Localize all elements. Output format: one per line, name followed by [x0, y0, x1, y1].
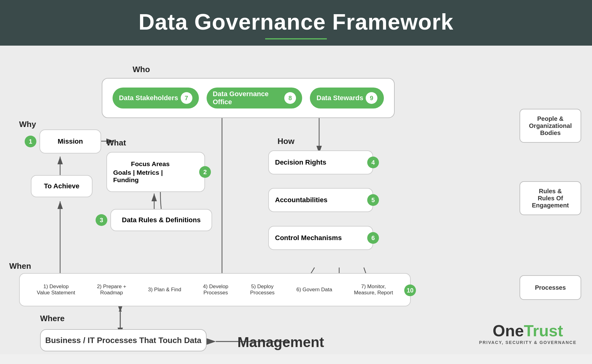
accountabilities-group: Accountabilities 5 — [268, 188, 373, 212]
decision-rights-number: 4 — [367, 157, 379, 168]
data-stewards-label: Data Stewards — [317, 94, 364, 102]
mission-box: Mission — [39, 129, 101, 153]
control-mechanisms-group: Control Mechanisms 6 — [268, 226, 373, 250]
how-label: How — [278, 137, 294, 146]
data-stakeholders-pill: Data Stakeholders 7 — [113, 88, 199, 108]
when-item-3: 3) Plan & Find — [148, 287, 181, 293]
where-label: Where — [40, 314, 64, 323]
data-rules-group: 3 Data Rules & Definitions — [96, 209, 212, 231]
header: Data Governance Framework — [0, 0, 592, 46]
when-label: When — [9, 261, 31, 271]
accountabilities-box: Accountabilities — [268, 188, 373, 212]
data-governance-office-number: 8 — [284, 92, 296, 104]
decision-rights-group: Decision Rights 4 — [268, 150, 373, 174]
right-box-people: People & Organizational Bodies — [520, 109, 581, 143]
focus-areas-line1: Focus Areas — [131, 160, 170, 168]
control-mechanisms-box: Control Mechanisms — [268, 226, 373, 250]
page-title: Data Governance Framework — [0, 9, 592, 35]
data-stewards-number: 9 — [366, 92, 377, 104]
control-mechanisms-number: 6 — [367, 232, 379, 244]
mission-number: 1 — [25, 136, 36, 147]
when-item-5: 5) Deploy Processes — [250, 284, 274, 296]
when-item-7: 7) Monitor, Measure, Report — [354, 284, 393, 296]
focus-areas-group: Focus Areas Goals | Metrics | Funding 2 — [106, 152, 205, 192]
data-rules-number: 3 — [96, 214, 107, 226]
onetrust-logo-text: OneTrust — [479, 321, 577, 340]
why-label: Why — [19, 120, 36, 129]
to-achieve-box: To Achieve — [31, 175, 92, 197]
when-item-2: 2) Prepare + Roadmap — [97, 284, 126, 296]
focus-areas-line2: Goals | Metrics | Funding — [113, 169, 187, 184]
when-item-4: 4) Develop Processes — [203, 284, 228, 296]
mission-group: 1 Mission — [25, 129, 101, 153]
data-governance-office-label: Data Governance Office — [213, 90, 282, 106]
decision-rights-box: Decision Rights — [268, 150, 373, 174]
svg-marker-14 — [119, 308, 122, 312]
onetrust-tagline: PRIVACY, SECURITY & GOVERNANCE — [479, 340, 577, 345]
what-label: What — [106, 138, 126, 148]
business-it-box: Business / IT Processes That Touch Data — [40, 329, 207, 351]
right-box-processes: Processes — [520, 275, 581, 300]
when-number: 10 — [404, 284, 416, 296]
focus-areas-number: 2 — [199, 166, 211, 178]
accountabilities-number: 5 — [367, 194, 379, 206]
right-box-rules: Rules & Rules Of Engagement — [520, 181, 581, 215]
who-label: Who — [133, 65, 150, 74]
focus-areas-box: Focus Areas Goals | Metrics | Funding — [106, 152, 205, 192]
when-item-1: 1) Develop Value Statement — [37, 284, 75, 296]
data-governance-office-pill: Data Governance Office 8 — [207, 88, 302, 108]
data-stakeholders-label: Data Stakeholders — [119, 94, 178, 102]
management-text: Management — [237, 334, 324, 350]
data-stakeholders-number: 7 — [181, 92, 192, 104]
main-content: Who Data Stakeholders 7 Data Governance … — [0, 46, 592, 354]
when-timeline-box: 1) Develop Value Statement 2) Prepare + … — [19, 273, 411, 306]
who-container: Data Stakeholders 7 Data Governance Offi… — [102, 78, 395, 118]
when-item-6: 6) Govern Data — [296, 287, 332, 293]
header-accent-line — [265, 38, 327, 39]
data-rules-box: Data Rules & Definitions — [110, 209, 212, 231]
data-stewards-pill: Data Stewards 9 — [310, 88, 384, 108]
onetrust-logo: OneTrust PRIVACY, SECURITY & GOVERNANCE — [479, 321, 577, 345]
